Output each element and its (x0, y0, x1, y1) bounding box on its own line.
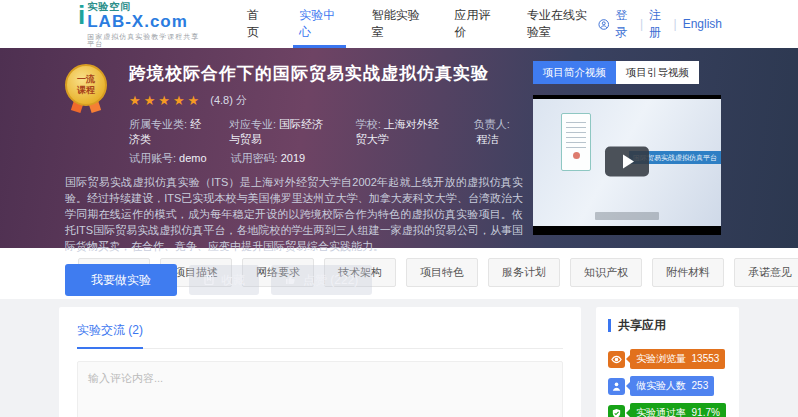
rating-stars-icon: ★★★★★ (129, 93, 202, 108)
meta-label: 负责人: (474, 118, 510, 130)
meta-label: 试用账号: (129, 152, 176, 164)
language-link[interactable]: English (683, 17, 722, 31)
rating-score: (4.8) 分 (210, 93, 247, 108)
tab-intro-video[interactable]: 项目简介视频 (533, 61, 616, 84)
person-icon (608, 378, 625, 395)
meta-row-1: 所属专业类:经济类 对应专业:国际经济与贸易 学校:上海对外经贸大学 负责人:程… (129, 117, 523, 147)
logo-tagline: 国家虚拟仿真实验教学课程共享平台 (87, 33, 201, 47)
stat-value: 13553 (692, 353, 720, 364)
shield-check-icon (608, 405, 625, 417)
main-nav: 首页 实验中心 智能实验室 应用评价 专业在线实验室 (247, 0, 598, 48)
rating-row: ★★★★★ (4.8) 分 (129, 93, 523, 108)
tab-guide-video[interactable]: 项目引导视频 (616, 61, 699, 84)
video-tabs: 项目简介视频 项目引导视频 (533, 61, 721, 84)
user-circle-icon (598, 17, 610, 32)
logo-cn-name: 实验空间 (87, 2, 201, 12)
do-experiment-button[interactable]: 我要做实验 (65, 264, 177, 296)
first-class-course-medal-icon: 一流 课程 (65, 64, 115, 106)
meta-label: 学校: (356, 118, 381, 130)
tab-intellectual-property[interactable]: 知识产权 (570, 258, 642, 287)
stat-label: 实验浏览量 (636, 353, 686, 364)
site-logo[interactable]: i 实验空间 LAB-X.com 国家虚拟仿真实验教学课程共享平台 (78, 2, 201, 47)
shared-application-title: 共享应用 (608, 319, 727, 332)
like-button[interactable]: 点赞 (222) (271, 265, 372, 295)
experiment-title: 跨境校际合作下的国际贸易实战虚拟仿真实验 (129, 62, 523, 85)
thumbs-up-icon (285, 274, 297, 286)
stat-pass-rate: 实验通过率 91.7% (608, 403, 727, 417)
video-caption-blur (595, 212, 659, 220)
hero-action-buttons: 我要做实验 收藏 点赞 (222) (65, 264, 523, 296)
stat-value: 253 (692, 380, 709, 391)
logo-domain: LAB-X.com (87, 13, 201, 30)
stat-views: 实验浏览量 13553 (608, 349, 727, 369)
stat-participants: 做实验人数 253 (608, 376, 727, 396)
comments-card: 实验交流 (2) (59, 307, 581, 417)
auth-links: 登录 | 注册 | English (598, 7, 722, 41)
play-icon (623, 154, 634, 168)
favorite-label: 收藏 (221, 272, 245, 289)
top-header: i 实验空间 LAB-X.com 国家虚拟仿真实验教学课程共享平台 首页 实验中… (0, 0, 798, 48)
experiment-stats: 实验浏览量 13553 做实验人数 253 实验通过率 91.7% (608, 349, 727, 417)
meta-label: 所属专业类: (129, 118, 187, 130)
nav-item-app-evaluation[interactable]: 应用评价 (454, 0, 495, 48)
logo-i-mark: i (78, 2, 85, 28)
meta-row-2: 试用账号:demo 试用密码:2019 (129, 151, 523, 166)
experiment-description: 国际贸易实战虚拟仿真实验（ITS）是上海对外经贸大学自2002年起就上线开放的虚… (65, 174, 523, 254)
medal-text-line1: 一流 (77, 74, 95, 85)
certificate-graphic (561, 113, 591, 171)
auth-separator: | (674, 17, 677, 31)
divider (77, 348, 563, 349)
medal-text-line2: 课程 (77, 85, 95, 96)
experiment-hero-banner: 一流 课程 跨境校际合作下的国际贸易实战虚拟仿真实验 ★★★★★ (4.8) 分… (0, 48, 798, 248)
tab-attachments[interactable]: 附件材料 (652, 258, 724, 287)
auth-separator: | (640, 17, 643, 31)
comment-input[interactable] (77, 361, 563, 417)
meta-value-trial-account: demo (179, 152, 207, 164)
video-panel: 项目简介视频 项目引导视频 国际贸易实战虚拟仿真平台 (533, 61, 721, 235)
stat-label: 做实验人数 (636, 380, 686, 391)
bookmark-icon (203, 274, 215, 286)
nav-item-home[interactable]: 首页 (247, 0, 267, 48)
favorite-button[interactable]: 收藏 (189, 265, 259, 295)
shared-application-card: 共享应用 实验浏览量 13553 做实验人数 253 (596, 307, 739, 417)
eye-icon (608, 351, 625, 368)
meta-value-trial-password: 2019 (281, 152, 305, 164)
register-link[interactable]: 注册 (649, 7, 667, 41)
meta-label: 对应专业: (229, 118, 276, 130)
main-content: 实验交流 (2) 共享应用 实验浏览量 13553 做实验人 (0, 299, 798, 417)
like-label: 点赞 (222) (303, 272, 358, 289)
login-link[interactable]: 登录 (615, 7, 633, 41)
stat-label: 实验通过率 (636, 407, 686, 417)
meta-value-leader: 程洁 (477, 133, 499, 145)
nav-item-online-lab[interactable]: 专业在线实验室 (527, 0, 598, 48)
play-button[interactable] (605, 146, 649, 176)
nav-item-smart-lab[interactable]: 智能实验室 (372, 0, 423, 48)
tab-commitment[interactable]: 承诺意见 (734, 258, 798, 287)
video-player[interactable]: 国际贸易实战虚拟仿真平台 (533, 95, 721, 235)
stat-value: 91.7% (692, 407, 720, 417)
meta-label: 试用密码: (231, 152, 278, 164)
tab-experiment-discussion[interactable]: 实验交流 (2) (77, 322, 143, 349)
nav-item-experiment-center[interactable]: 实验中心 (299, 0, 340, 48)
